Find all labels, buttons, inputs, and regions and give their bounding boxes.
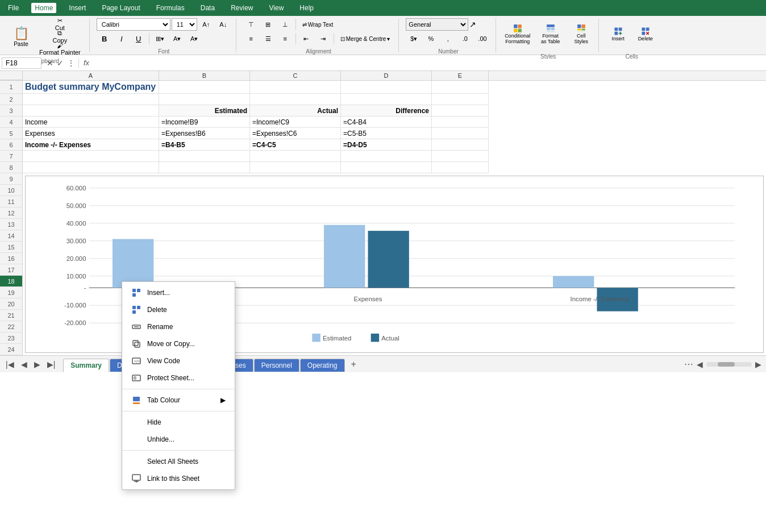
cm-view-code[interactable]: </> View Code: [122, 352, 235, 369]
svg-text:</>: </>: [134, 359, 140, 363]
svg-rect-51: [132, 293, 136, 297]
view-code-icon: </>: [131, 356, 141, 366]
cm-protect-sheet[interactable]: Protect Sheet...: [122, 369, 235, 372]
context-menu: Insert... Delete Rename: [122, 281, 235, 372]
svg-rect-54: [132, 310, 136, 314]
svg-rect-57: [135, 342, 140, 347]
cm-move-copy[interactable]: Move or Copy...: [122, 335, 235, 352]
insert-icon: [131, 288, 141, 298]
delete-cm-icon: [131, 305, 141, 315]
cm-insert-label: Insert...: [147, 289, 170, 297]
svg-rect-52: [132, 306, 136, 309]
cm-insert[interactable]: Insert...: [122, 284, 235, 301]
rename-icon: [131, 322, 141, 332]
context-menu-overlay[interactable]: Insert... Delete Rename: [0, 0, 766, 372]
cm-delete-label: Delete: [147, 306, 167, 314]
svg-rect-50: [137, 289, 140, 292]
svg-rect-49: [132, 289, 136, 292]
move-copy-icon: [131, 339, 141, 349]
svg-rect-53: [137, 306, 140, 309]
cm-move-copy-label: Move or Copy...: [147, 340, 195, 348]
cm-rename[interactable]: Rename: [122, 318, 235, 335]
cm-delete[interactable]: Delete: [122, 301, 235, 318]
cm-view-code-label: View Code: [147, 357, 180, 365]
cm-rename-label: Rename: [147, 323, 173, 331]
svg-rect-58: [133, 340, 138, 346]
